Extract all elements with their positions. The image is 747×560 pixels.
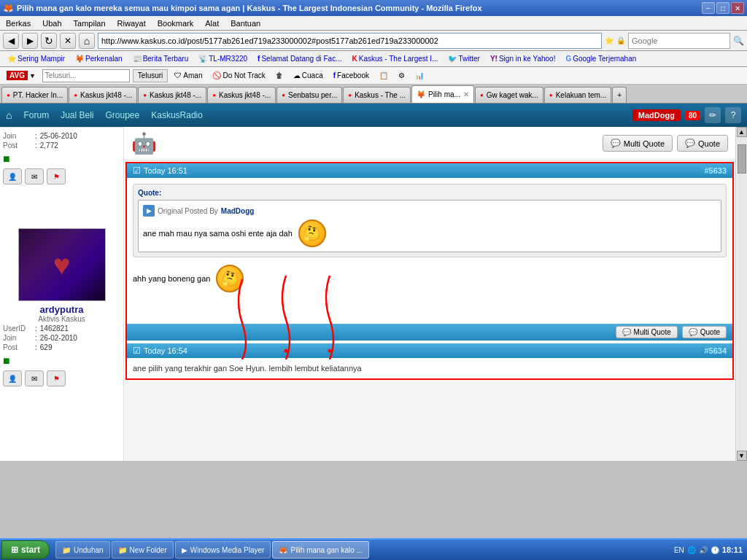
right-scrollbar[interactable]: ▲ ▼	[735, 127, 747, 461]
folder-icon-new: 📁	[118, 546, 127, 554]
dnt-item[interactable]: 🚫 Do Not Track	[209, 69, 268, 82]
addon-extra3[interactable]: 📊	[411, 69, 427, 82]
user-info-ardy: ♥ ardyputra Aktivis Kaskus UserID : 1462…	[3, 228, 120, 386]
windows-icon: ⊞	[11, 545, 18, 555]
addon-search-input[interactable]	[42, 69, 130, 82]
home-button[interactable]: ⌂	[79, 33, 95, 49]
post-row-ardy: Post : 629	[3, 343, 120, 351]
menu-tampilan[interactable]: Tampilan	[71, 18, 109, 29]
message-btn-top[interactable]: ✉	[25, 168, 44, 184]
taskbar-firefox[interactable]: 🦊 Pilih mana gan kalo ...	[272, 541, 368, 559]
scroll-thumb[interactable]	[738, 144, 746, 174]
tab-3[interactable]: ●Kaskus jkt48 -...	[207, 87, 276, 103]
profile-btn-top[interactable]: 👤	[3, 168, 22, 184]
cuaca-item[interactable]: ☁ Cuaca	[290, 69, 327, 82]
menu-bantuan[interactable]: Bantuan	[228, 18, 263, 29]
multi-quote-button-top[interactable]: 💬 Multi Quote	[603, 135, 673, 152]
start-button[interactable]: ⊞ start	[1, 540, 50, 559]
speech-icon1: 💬	[622, 328, 631, 336]
trash-icon[interactable]: 🗑	[272, 69, 287, 82]
kaskus-radio[interactable]: KaskusRadio	[151, 110, 203, 120]
addon-extra2[interactable]: ⚙	[395, 69, 409, 82]
report-btn-top[interactable]: ⚑	[47, 168, 66, 184]
username-ardy[interactable]: ardyputra	[3, 304, 120, 315]
menu-riwayat[interactable]: Riwayat	[115, 18, 149, 29]
bookmark-yahoo[interactable]: Y!Sign in ke Yahoo!	[486, 53, 560, 64]
nav-bar: ◀ ▶ ↻ ✕ ⌂ ⭐ 🔒 🔍	[0, 31, 747, 51]
clock-icon: 🕐	[711, 546, 719, 554]
kaskus-forum[interactable]: Forum	[23, 110, 49, 120]
quote-button-post1[interactable]: 💬 Quote	[682, 326, 727, 338]
user-info-top: Join : 25-06-2010 Post : 2,772 ■ 👤 ✉ ⚑	[3, 132, 120, 184]
maximize-button[interactable]: □	[716, 2, 729, 14]
facebook-item[interactable]: f Facebook	[330, 69, 373, 82]
scroll-track[interactable]	[737, 137, 747, 451]
notification-badge[interactable]: 80	[685, 111, 700, 120]
firefox-icon: 🦊	[279, 546, 287, 554]
menu-bookmark[interactable]: Bookmark	[155, 18, 197, 29]
minimize-button[interactable]: −	[702, 2, 715, 14]
refresh-button[interactable]: ↻	[41, 33, 57, 49]
checkbox-icon2: ☑	[133, 346, 141, 356]
address-bar[interactable]	[98, 33, 602, 49]
bookmark-sering[interactable]: ⭐Sering Mampir	[3, 53, 69, 64]
menu-ubah[interactable]: Ubah	[39, 18, 64, 29]
taskbar-items: 📁 Unduhan 📁 New Folder ▶ Windows Media P…	[55, 541, 670, 559]
multi-quote-button-post1[interactable]: 💬 Multi Quote	[616, 326, 678, 338]
search-box[interactable]	[628, 33, 730, 49]
forward-button[interactable]: ▶	[22, 33, 38, 49]
bookmark-facebook[interactable]: fSelamat Datang di Fac...	[253, 53, 346, 64]
quote-button-top[interactable]: 💬 Quote	[677, 135, 728, 152]
taskbar-mediaplayer[interactable]: ▶ Windows Media Player	[175, 541, 271, 559]
maddog-button[interactable]: MadDogg	[632, 109, 681, 121]
addon-extra1[interactable]: 📋	[376, 69, 392, 82]
tab-2[interactable]: ●Kaskus jkt48 -...	[138, 87, 206, 103]
bookmark-google[interactable]: GGoogle Terjemahan	[561, 53, 640, 64]
scroll-up-btn[interactable]: ▲	[737, 127, 747, 137]
tab-active[interactable]: 🦊Pilih ma...✕	[411, 85, 474, 103]
aman-item[interactable]: 🛡 Aman	[171, 69, 206, 82]
help-icon[interactable]: ?	[725, 107, 741, 123]
menu-berkas[interactable]: Berkas	[3, 18, 34, 29]
bookmark-twitter[interactable]: 🐦Twitter	[444, 53, 484, 64]
kaskus-nav: ⌂ Forum Jual Beli Groupee KaskusRadio Ma…	[0, 104, 747, 127]
kaskus-groupee[interactable]: Groupee	[106, 110, 140, 120]
avg-item[interactable]: AVG ▼	[3, 69, 39, 82]
tab-5[interactable]: ●Kaskus - The ...	[343, 87, 411, 103]
network-icon: 🌐	[687, 546, 696, 554]
post1-header: ☑ Today 16:51 #5633	[127, 163, 732, 178]
pencil-icon[interactable]: ✏	[705, 107, 721, 123]
stop-button[interactable]: ✕	[60, 33, 76, 49]
tab-4[interactable]: ●Senbatsu per...	[276, 87, 342, 103]
scroll-down-btn[interactable]: ▼	[737, 451, 747, 461]
tab-0[interactable]: ●PT. Hacker In...	[1, 87, 68, 103]
report-btn-ardy[interactable]: ⚑	[47, 370, 66, 386]
menu-alat[interactable]: Alat	[202, 18, 222, 29]
lang-indicator: EN	[674, 546, 684, 554]
bookmark-tl[interactable]: 📡TL-MR3220	[194, 53, 252, 64]
bookmark-berita[interactable]: 📰Berita Terbaru	[128, 53, 193, 64]
profile-btn-ardy[interactable]: 👤	[3, 370, 22, 386]
close-button[interactable]: ✕	[731, 2, 744, 14]
tab-8[interactable]: ●Kelakuan tem...	[544, 87, 611, 103]
online-indicator-ardy: ■	[3, 354, 120, 368]
back-button[interactable]: ◀	[3, 33, 19, 49]
quote-username: MadDogg	[221, 207, 255, 215]
tab-1[interactable]: ●Kaskus jkt48 -...	[69, 87, 137, 103]
android-icon: 🤖	[131, 131, 157, 155]
bookmark-perkenalan[interactable]: 🦊Perkenalan	[71, 53, 127, 64]
kaskus-jual-beli[interactable]: Jual Beli	[61, 110, 93, 120]
taskbar-unduhan[interactable]: 📁 Unduhan	[55, 541, 110, 559]
message-btn-ardy[interactable]: ✉	[25, 370, 44, 386]
new-tab-button[interactable]: +	[612, 87, 627, 103]
telusuri-button[interactable]: Telusuri	[133, 69, 168, 82]
kaskus-nav-right: MadDogg 80 ✏ ?	[632, 107, 741, 123]
post2-body: ane pilih yang terakhir gan Soe Hyun. le…	[127, 358, 732, 378]
bookmark-kaskus[interactable]: KKaskus - The Largest I...	[347, 53, 442, 64]
title-bar-buttons: − □ ✕	[702, 2, 744, 14]
taskbar-newfolder[interactable]: 📁 New Folder	[112, 541, 174, 559]
kaskus-home-icon[interactable]: ⌂	[6, 109, 12, 121]
browser-content: ⌂ Forum Jual Beli Groupee KaskusRadio Ma…	[0, 104, 747, 461]
taskbar-right: EN 🌐 🔊 🕐 18:11	[670, 545, 747, 554]
tab-7[interactable]: ●Gw kaget wak...	[475, 87, 543, 103]
